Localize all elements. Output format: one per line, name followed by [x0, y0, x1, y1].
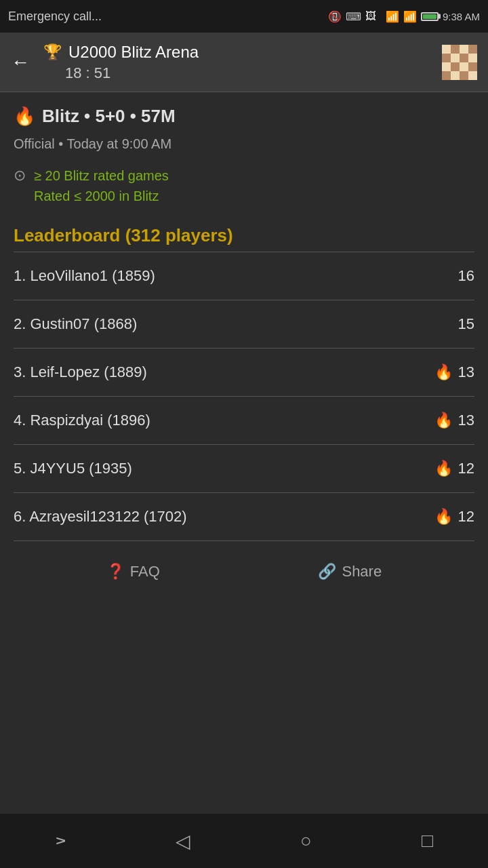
- condition2: Rated ≤ 2000 in Blitz: [34, 186, 169, 206]
- svg-rect-1: [442, 45, 451, 54]
- nav-home-button[interactable]: ○: [300, 830, 312, 852]
- score-value: 12: [458, 508, 474, 526]
- nav-recents-button[interactable]: □: [422, 830, 433, 852]
- svg-rect-8: [468, 54, 477, 62]
- faq-button[interactable]: ❓ FAQ: [106, 563, 160, 580]
- player-score: 🔥13: [434, 412, 474, 429]
- streak-flame-icon: 🔥: [434, 508, 453, 526]
- leaderboard-title: Leaderboard (312 players): [14, 225, 474, 246]
- streak-flame-icon: 🔥: [434, 363, 453, 381]
- svg-rect-15: [460, 71, 468, 80]
- keyboard-icon: ⌨: [346, 10, 361, 23]
- player-row[interactable]: 5. J4YYU5 (1935)🔥12: [14, 445, 474, 493]
- svg-rect-7: [460, 54, 468, 62]
- trophy-icon: 🏆: [43, 43, 62, 61]
- faq-icon: ❓: [106, 563, 125, 580]
- faq-label: FAQ: [130, 563, 160, 580]
- chess-board-icon[interactable]: [442, 45, 477, 80]
- svg-rect-5: [442, 54, 451, 62]
- condition1: ≥ 20 Blitz rated games: [34, 165, 169, 186]
- signal-icon: 📶: [386, 10, 399, 23]
- status-icons: 📵 ⌨ 🖼 📶 📶 9:38 AM: [328, 10, 480, 23]
- player-row[interactable]: 3. Leif-Lopez (1889)🔥13: [14, 349, 474, 397]
- arena-name: U2000 Blitz Arena: [68, 43, 199, 62]
- svg-rect-3: [460, 45, 468, 54]
- back-button[interactable]: ←: [11, 52, 30, 73]
- player-score: 🔥12: [434, 508, 474, 526]
- player-row[interactable]: 4. Raspizdyai (1896)🔥13: [14, 397, 474, 445]
- player-name: 5. J4YYU5 (1935): [14, 460, 132, 477]
- timer: 18 : 51: [43, 64, 442, 82]
- player-name: 1. LeoVillano1 (1859): [14, 267, 155, 285]
- player-row[interactable]: 2. Gustin07 (1868)15: [14, 300, 474, 349]
- svg-rect-4: [468, 45, 477, 54]
- nav-back-button[interactable]: ◁: [176, 830, 190, 852]
- player-name: 6. Azrayesil123122 (1702): [14, 508, 187, 526]
- svg-rect-11: [460, 62, 468, 71]
- svg-rect-16: [468, 71, 477, 80]
- svg-rect-13: [442, 71, 451, 80]
- player-name: 4. Raspizdyai (1896): [14, 412, 150, 429]
- player-score: 16: [458, 267, 474, 285]
- player-row[interactable]: 6. Azrayesil123122 (1702)🔥12: [14, 493, 474, 541]
- svg-rect-14: [451, 71, 460, 80]
- share-label: Share: [342, 563, 382, 580]
- main-content: 🔥 Blitz • 5+0 • 57M Official • Today at …: [0, 92, 488, 597]
- game-type-text: Blitz • 5+0 • 57M: [42, 106, 176, 127]
- status-bar: Emergency call... 📵 ⌨ 🖼 📶 📶 9:38 AM: [0, 0, 488, 33]
- battery-icon: [421, 12, 439, 21]
- svg-rect-10: [451, 62, 460, 71]
- official-text: Official • Today at 9:00 AM: [14, 136, 171, 151]
- photo-icon: 🖼: [365, 10, 376, 22]
- svg-rect-9: [442, 62, 451, 71]
- bottom-bar: ❓ FAQ 🔗 Share: [14, 547, 474, 597]
- svg-rect-2: [451, 45, 460, 54]
- player-score: 🔥12: [434, 460, 474, 477]
- players-list: 1. LeoVillano1 (1859)162. Gustin07 (1868…: [14, 252, 474, 541]
- player-score: 🔥13: [434, 363, 474, 381]
- toolbar: ← 🏆 U2000 Blitz Arena 18 : 51: [0, 33, 488, 92]
- share-button[interactable]: 🔗 Share: [318, 563, 382, 580]
- player-name: 2. Gustin07 (1868): [14, 315, 137, 333]
- blitz-flame-icon: 🔥: [14, 106, 35, 127]
- official-row: Official • Today at 9:00 AM: [14, 136, 474, 152]
- nav-chevron-button[interactable]: ∨: [52, 835, 69, 846]
- player-score: 15: [458, 315, 474, 333]
- score-value: 12: [458, 460, 474, 477]
- score-value: 13: [458, 363, 474, 381]
- emergency-call-text: Emergency call...: [8, 9, 102, 24]
- svg-rect-6: [451, 54, 460, 62]
- streak-flame-icon: 🔥: [434, 460, 453, 477]
- conditions-row: ⊙ ≥ 20 Blitz rated games Rated ≤ 2000 in…: [14, 165, 474, 206]
- streak-flame-icon: 🔥: [434, 412, 453, 429]
- toolbar-title: 🏆 U2000 Blitz Arena 18 : 51: [43, 43, 442, 82]
- score-value: 16: [458, 267, 474, 285]
- status-time: 9:38 AM: [443, 11, 480, 22]
- player-name: 3. Leif-Lopez (1889): [14, 363, 147, 381]
- player-row[interactable]: 1. LeoVillano1 (1859)16: [14, 252, 474, 300]
- wifi-icon: 📶: [403, 10, 417, 23]
- target-icon: ⊙: [14, 167, 26, 184]
- score-value: 15: [458, 315, 474, 333]
- svg-rect-12: [468, 62, 477, 71]
- conditions-text: ≥ 20 Blitz rated games Rated ≤ 2000 in B…: [34, 165, 169, 206]
- sim-icon: 📵: [328, 10, 342, 23]
- game-type-row: 🔥 Blitz • 5+0 • 57M: [14, 106, 474, 127]
- nav-bar: ∨ ◁ ○ □: [0, 814, 488, 868]
- score-value: 13: [458, 412, 474, 429]
- share-icon: 🔗: [318, 563, 336, 580]
